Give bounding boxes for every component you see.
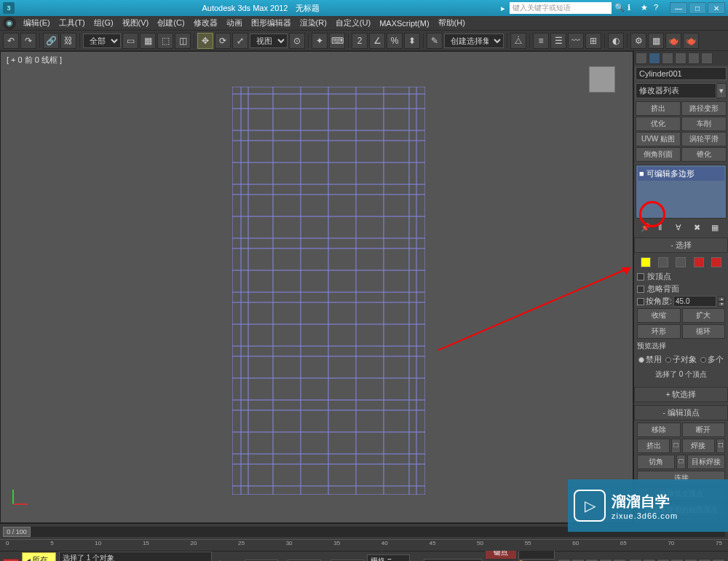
schematic-view-button[interactable]: ⊞ [585,33,601,49]
location-button[interactable]: ◂ 所在行: ▸ [22,552,56,562]
ref-coord-select[interactable]: 视图 [250,34,288,48]
tab-modify[interactable] [649,52,660,64]
subobj-polygon-icon[interactable] [694,257,704,267]
help-icon[interactable]: ? [654,3,664,13]
prev-frame-icon[interactable] [571,559,585,562]
edit-named-sel-button[interactable]: ✎ [427,33,443,49]
select-region-button[interactable]: ⬚ [157,33,173,49]
subobj-vertex-icon[interactable] [641,257,651,267]
menu-edit[interactable]: 编辑(E) [19,16,55,30]
mod-taper[interactable]: 锥化 [681,147,727,162]
menu-animation[interactable]: 动画 [222,16,247,30]
zoom-all-icon[interactable] [643,559,656,562]
menu-render[interactable]: 渲染(R) [296,16,331,30]
spinner-snap-button[interactable]: ⬍ [404,33,420,49]
break-vert-button[interactable]: 断开 [682,423,726,437]
subobj-element-icon[interactable] [711,257,721,267]
zoom-icon[interactable] [629,559,642,562]
subobj-border-icon[interactable] [676,257,686,267]
modifier-stack[interactable]: ■ 可编辑多边形 [636,165,727,219]
material-editor-button[interactable]: ◐ [608,33,624,49]
ring-button[interactable]: 环形 [637,324,681,339]
app-menu-icon[interactable]: ◉ [3,17,16,30]
chamfer-vert-button[interactable]: 切角 [637,455,675,469]
redo-button[interactable]: ↷ [20,33,36,49]
modifier-list-dropdown[interactable]: 修改器列表 [636,83,716,98]
search-icon[interactable]: 🔍 [614,3,625,13]
menu-modifiers[interactable]: 修改器 [189,16,222,30]
snap-2d-button[interactable]: 2 [352,33,368,49]
shrink-button[interactable]: 收缩 [637,308,681,323]
subobj-edge-icon[interactable] [658,257,668,267]
menu-create[interactable]: 创建(C) [153,16,189,30]
play-icon[interactable] [585,559,598,562]
zoom-region-icon[interactable] [670,559,684,562]
mod-extrude[interactable]: 挤出 [636,101,681,116]
star-icon[interactable]: ★ [641,3,651,13]
chamfer-settings-icon[interactable]: □ [676,455,685,469]
tab-create[interactable] [636,52,647,64]
tab-motion[interactable] [675,52,687,64]
time-slider-thumb[interactable]: 0 / 100 [3,527,31,537]
menu-graph-editor[interactable]: 图形编辑器 [247,16,296,30]
loop-button[interactable]: 循环 [682,324,726,339]
maximize-viewport-icon[interactable] [712,559,725,562]
goto-end-icon[interactable] [613,559,626,562]
preview-subobj-radio[interactable] [665,357,671,363]
next-frame-icon[interactable] [599,559,612,562]
mod-optimize[interactable]: 优化 [636,117,681,131]
snap-percent-button[interactable]: % [387,33,403,49]
rollout-header-selection[interactable]: - 选择 [634,238,728,253]
extrude-settings-icon[interactable]: □ [671,439,680,453]
close-button[interactable]: ✕ [708,2,725,14]
undo-button[interactable]: ↶ [3,33,19,49]
mirror-button[interactable]: ⧊ [510,33,526,49]
viewport-label[interactable]: [ + 0 前 0 线框 ] [7,55,62,66]
maximize-button[interactable]: □ [689,2,706,14]
menu-view[interactable]: 视图(V) [118,16,154,30]
keyboard-shortcut-button[interactable]: ⌨ [329,33,345,49]
mod-path-deform[interactable]: 路径变形 [681,101,727,116]
render-button[interactable]: 🫖 [665,33,681,49]
goto-start-icon[interactable] [558,559,571,562]
dropdown-arrow-icon[interactable]: ▾ [716,83,727,98]
viewport-front[interactable]: [ + 0 前 0 线框 ] [0,51,633,523]
select-by-name-button[interactable]: ▦ [140,33,156,49]
viewcube[interactable] [589,66,615,93]
ignore-backface-checkbox[interactable] [637,286,644,293]
target-weld-button[interactable]: 目标焊接 [687,455,725,469]
wireframe-object[interactable] [232,87,425,495]
menu-help[interactable]: 帮助(H) [434,16,470,30]
curve-editor-button[interactable]: 〰 [568,33,584,49]
menu-customize[interactable]: 自定义(U) [331,16,375,30]
remove-modifier-icon[interactable]: ✖ [694,223,704,233]
snap-angle-button[interactable]: ∠ [369,33,385,49]
title-chevron-icon[interactable]: ▸ [501,4,505,13]
by-vertex-checkbox[interactable] [637,273,644,280]
render-frame-button[interactable]: ▦ [648,33,664,49]
by-angle-checkbox[interactable] [637,298,644,305]
object-name-field[interactable]: Cylinder001 [636,67,727,80]
extrude-vert-button[interactable]: 挤出 [637,439,670,453]
minimize-button[interactable]: — [670,2,687,14]
make-unique-icon[interactable]: ∀ [676,223,686,233]
angle-up-icon[interactable]: ▴ [718,297,725,302]
preview-off-radio[interactable] [638,357,644,363]
orbit-icon[interactable] [698,559,711,562]
angle-down-icon[interactable]: ▾ [718,302,725,307]
select-object-button[interactable]: ▭ [122,33,138,49]
configure-sets-icon[interactable]: ▦ [711,223,721,233]
mod-bevel-profile[interactable]: 倒角剖面 [636,147,681,162]
align-button[interactable]: ≡ [533,33,549,49]
rollout-header-edit-vertices[interactable]: - 编辑顶点 [634,405,728,420]
modifier-stack-item[interactable]: ■ 可编辑多边形 [638,167,724,181]
scale-button[interactable]: ⤢ [232,33,248,49]
mod-uvw-map[interactable]: UVW 贴图 [636,132,681,146]
grow-button[interactable]: 扩大 [682,308,726,323]
remove-vert-button[interactable]: 移除 [637,423,681,437]
weld-vert-button[interactable]: 焊接 [682,439,715,453]
link-button[interactable]: 🔗 [43,33,59,49]
zoom-extents-icon[interactable] [657,559,670,562]
menu-maxscript[interactable]: MAXScript(M) [375,17,433,29]
angle-spinner[interactable]: 45.0 [673,296,716,307]
